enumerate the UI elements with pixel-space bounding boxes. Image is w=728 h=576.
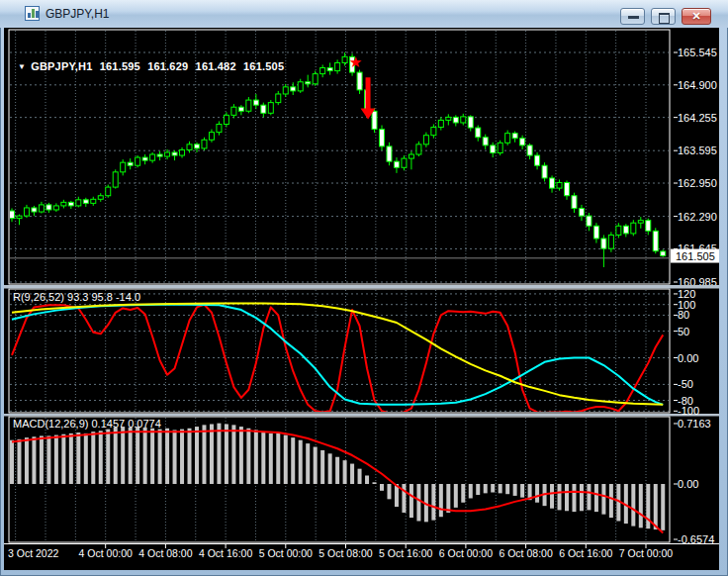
chart-client-area: 165.545164.900164.255163.595162.950162.2… [4,28,719,570]
window-title: GBPJPY,H1 [46,0,109,28]
minimize-icon [628,16,639,19]
titlebar[interactable]: GBPJPY,H1 ✕ [0,0,728,28]
close-button[interactable]: ✕ [682,8,711,25]
time-scale[interactable] [4,543,719,570]
close-icon: ✕ [682,9,710,24]
low-value: 161.482 [196,60,236,72]
minimize-button[interactable] [620,8,645,25]
restore-icon [659,13,670,24]
ohlc-header: ▼GBPJPY,H1 161.595 161.629 161.482 161.5… [18,60,288,72]
restore-button[interactable] [651,8,676,25]
chart-window: GBPJPY,H1 ✕ 165.545164.900164.255163.595… [0,0,728,576]
collapse-chart-icon[interactable]: ▼ [18,62,26,71]
open-value: 161.595 [100,60,140,72]
macd-label: MACD(12,26,9) 0.1457 0.0774 [13,418,161,430]
wpr-label: R(9,26,52) 93.3 95.8 -14.0 [13,291,140,303]
chart-window-icon [25,6,40,21]
panel-splitter-2[interactable] [4,412,719,417]
star-marker-icon: ★ [349,53,362,70]
close-value: 161.505 [243,60,284,72]
panel-splitter-1[interactable] [4,283,719,289]
chart-canvas[interactable]: 165.545164.900164.255163.595162.950162.2… [4,28,719,570]
symbol-period-label: GBPJPY,H1 [31,60,92,72]
high-value: 161.629 [147,60,188,72]
